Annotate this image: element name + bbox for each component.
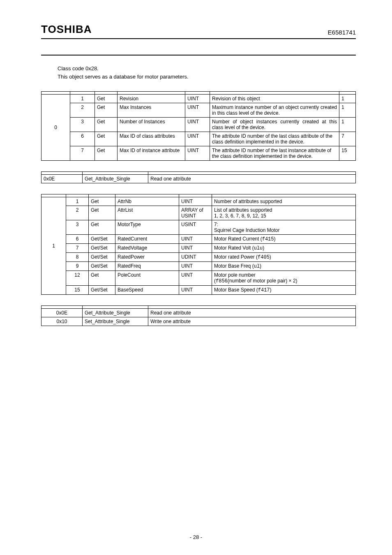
instance-services-table: 0x0E Get_Attribute_Single Read one attri… [41,305,356,326]
name-cell: Number of Instances [118,118,185,132]
table-row: 15 Get/Set BaseSpeed UINT Motor Base Spe… [42,286,356,295]
desc-cell: Motor Base Speed (f417) [212,286,356,295]
access-cell: Get [95,146,118,161]
type-cell: UINT [185,118,210,132]
instance-cell: 0 [42,95,70,161]
name-cell: AttrList [115,206,179,220]
desc-cell: The attribute ID number of the last inst… [210,146,339,161]
service-desc: Read one attribute [148,175,356,183]
table-row: 1 1 Get AttrNb UINT Number of attributes… [42,197,356,206]
service-code: 0x10 [42,317,83,326]
name-cell: Max ID of instance attribute [118,146,185,161]
access-cell: Get [89,220,115,235]
table-header-row [42,194,356,197]
instance-attributes-table: 1 1 Get AttrNb UINT Number of attributes… [41,194,356,295]
name-cell: RatedCurrent [115,235,179,244]
type-cell: UDINT [179,253,212,262]
type-cell: UINT [185,146,210,161]
service-desc: Write one attribute [148,317,356,326]
attr-id: 3 [70,118,95,132]
brand-logo: TOSHIBA [41,23,92,36]
desc-cell: Motor Rated Volt (ulu) [212,244,356,253]
desc-cell: Motor rated Power (f405) [212,253,356,262]
table-row: 6 Get/Set RatedCurrent UINT Motor Rated … [42,235,356,244]
name-cell: Max ID of class attributes [118,132,185,146]
attr-id: 9 [66,262,89,271]
table-row: 0x0E Get_Attribute_Single Read one attri… [42,175,356,183]
section-rule [41,55,356,56]
intro-line-1: Class code 0x28. [58,65,356,73]
table-row: 7 Get/Set RatedVoltage UINT Motor Rated … [42,244,356,253]
header-rule [41,38,356,39]
type-cell: UINT [185,103,210,118]
type-cell: UINT [179,262,212,271]
type-cell: UINT [185,132,210,146]
table-row: 0x10 Set_Attribute_Single Write one attr… [42,317,356,326]
type-cell: UINT [179,244,212,253]
table-row: 0 1 Get Revision UINT Revision of this o… [42,95,356,103]
type-cell: UINT [179,271,212,286]
access-cell: Get/Set [89,262,115,271]
access-cell: Get [89,197,115,206]
attr-id: 7 [66,244,89,253]
attr-id: 1 [70,95,95,103]
type-cell: USINT [179,220,212,235]
document-number: E6581741 [328,29,356,36]
table-header-row [42,92,356,95]
service-name: Get_Attribute_Single [83,309,148,317]
desc-cell: The attribute ID number of the last clas… [210,132,339,146]
desc-cell: 7: Squirrel Cage Induction Motor [212,220,356,235]
access-cell: Get/Set [89,244,115,253]
table-row: 9 Get/Set RatedFreq UINT Motor Base Freq… [42,262,356,271]
access-cell: Get [89,206,115,220]
intro-text: Class code 0x28. This object serves as a… [58,65,356,81]
table-row: 2 Get AttrList ARRAY of USINT List of at… [42,206,356,220]
name-cell: PoleCount [115,271,179,286]
attr-id: 2 [70,103,95,118]
type-cell: ARRAY of USINT [179,206,212,220]
access-cell: Get [95,132,118,146]
attr-id: 2 [66,206,89,220]
name-cell: BaseSpeed [115,286,179,295]
service-code: 0x0E [42,175,83,183]
intro-line-2: This object serves as a database for mot… [58,73,356,81]
attr-id: 1 [66,197,89,206]
val-cell: 1 [339,95,356,103]
name-cell: RatedFreq [115,262,179,271]
table-header-row [42,306,356,309]
table-header-row [42,172,356,175]
val-cell: 1 [339,118,356,132]
page-number: - 28 - [0,534,392,540]
val-cell: 7 [339,132,356,146]
table-row: 3 Get Number of Instances UINT Number of… [42,118,356,132]
access-cell: Get/Set [89,235,115,244]
access-cell: Get [95,118,118,132]
table-row: 8 Get/Set RatedPower UDINT Motor rated P… [42,253,356,262]
attr-id: 8 [66,253,89,262]
table-row: 3 Get MotorType USINT 7: Squirrel Cage I… [42,220,356,235]
desc-cell: Number of attributes supported [212,197,356,206]
attr-id: 6 [70,132,95,146]
table-row: 12 Get PoleCount UINT Motor pole number … [42,271,356,286]
attr-id: 12 [66,271,89,286]
class-services-table: 0x0E Get_Attribute_Single Read one attri… [41,171,356,183]
name-cell: Max Instances [118,103,185,118]
attr-id: 3 [66,220,89,235]
desc-cell: Motor Rated Current (f415) [212,235,356,244]
instance-cell: 1 [42,197,66,295]
class-attributes-table: 0 1 Get Revision UINT Revision of this o… [41,91,356,161]
desc-cell: Revision of this object [210,95,339,103]
name-cell: RatedPower [115,253,179,262]
type-cell: UINT [179,286,212,295]
table-row: 6 Get Max ID of class attributes UINT Th… [42,132,356,146]
service-code: 0x0E [42,309,83,317]
page-header: TOSHIBA E6581741 [41,0,356,36]
access-cell: Get [89,271,115,286]
val-cell: 15 [339,146,356,161]
attr-id: 6 [66,235,89,244]
desc-cell: List of attributes supported 1, 2, 3, 6,… [212,206,356,220]
service-name: Set_Attribute_Single [83,317,148,326]
type-cell: UINT [185,95,210,103]
attr-id: 15 [66,286,89,295]
name-cell: AttrNb [115,197,179,206]
